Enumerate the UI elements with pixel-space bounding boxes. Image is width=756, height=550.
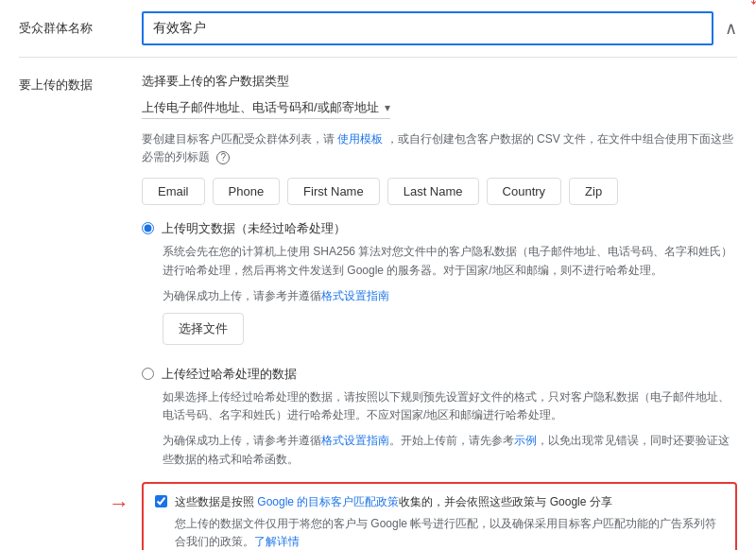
radio-hashed-desc2: 为确保成功上传，请参考并遵循格式设置指南。开始上传前，请先参考示例，以免出现常见… xyxy=(163,432,737,468)
data-type-intro: 选择要上传的客户数据类型 xyxy=(142,73,737,90)
example-link[interactable]: 示例 xyxy=(514,434,537,447)
radio-plain-text-input[interactable] xyxy=(142,222,154,234)
radio-plain-text-title: 上传明文数据（未经过哈希处理） xyxy=(162,220,346,237)
radio-plain-text-desc2: 为确保成功上传，请参考并遵循格式设置指南 xyxy=(163,287,737,305)
dropdown-arrow-icon: ▾ xyxy=(385,101,390,114)
google-policy-link[interactable]: Google 的目标客户匹配政策 xyxy=(257,495,399,508)
description-text: 要创建目标客户匹配受众群体列表，请 使用模板 ，或自行创建包含客户数据的 CSV… xyxy=(142,130,737,166)
data-type-select[interactable]: 上传电子邮件地址、电话号码和/或邮寄地址 ▾ xyxy=(142,99,390,119)
checkbox-label-wrapper: 这些数据是按照 Google 的目标客户匹配政策收集的，并会依照这些政策与 Go… xyxy=(175,493,724,550)
radio-plain-text-label[interactable]: 上传明文数据（未经过哈希处理） xyxy=(142,220,737,237)
audience-input-wrapper: ↓ xyxy=(142,11,713,45)
select-file-button[interactable]: 选择文件 xyxy=(163,313,244,345)
audience-name-label: 受众群体名称 xyxy=(19,20,142,37)
format-guide-link-2[interactable]: 格式设置指南 xyxy=(321,434,389,447)
radio-hashed-title: 上传经过哈希处理的数据 xyxy=(162,366,297,383)
learn-more-link[interactable]: 了解详情 xyxy=(254,535,300,548)
help-icon[interactable]: ? xyxy=(216,151,230,164)
data-type-select-label: 上传电子邮件地址、电话号码和/或邮寄地址 xyxy=(142,99,379,116)
checkbox-section: 这些数据是按照 Google 的目标客户匹配政策收集的，并会依照这些政策与 Go… xyxy=(142,482,737,550)
tag-email: Email xyxy=(142,178,205,205)
tag-phone: Phone xyxy=(213,178,281,205)
collapse-icon[interactable]: ∧ xyxy=(725,18,737,39)
tag-country: Country xyxy=(487,178,562,205)
arrow-annotation-left: → xyxy=(109,491,129,516)
upload-data-label: 要上传的数据 xyxy=(19,73,142,94)
arrow-annotation-top: ↓ xyxy=(748,0,756,9)
radio-option-hashed: 上传经过哈希处理的数据 如果选择上传经过哈希处理的数据，请按照以下规则预先设置好… xyxy=(142,366,737,469)
upload-data-content: 选择要上传的客户数据类型 上传电子邮件地址、电话号码和/或邮寄地址 ▾ 要创建目… xyxy=(142,73,737,550)
format-guide-link-1[interactable]: 格式设置指南 xyxy=(321,289,389,302)
tags-row: Email Phone First Name Last Name Country… xyxy=(142,178,737,205)
radio-option-plain-text: 上传明文数据（未经过哈希处理） 系统会先在您的计算机上使用 SHA256 算法对… xyxy=(142,220,737,352)
use-template-link[interactable]: 使用模板 xyxy=(337,132,383,146)
radio-plain-text-desc1: 系统会先在您的计算机上使用 SHA256 算法对您文件中的客户隐私数据（电子邮件… xyxy=(163,243,737,279)
audience-name-input[interactable] xyxy=(142,11,713,45)
radio-hashed-input[interactable] xyxy=(142,368,154,380)
policy-checkbox[interactable] xyxy=(155,495,167,507)
tag-last-name: Last Name xyxy=(387,178,479,205)
radio-hashed-label[interactable]: 上传经过哈希处理的数据 xyxy=(142,366,737,383)
radio-hashed-desc1: 如果选择上传经过哈希处理的数据，请按照以下规则预先设置好文件的格式，只对客户隐私… xyxy=(163,388,737,424)
tag-zip: Zip xyxy=(569,178,618,205)
checkbox-sublabel: 您上传的数据文件仅用于将您的客户与 Google 帐号进行匹配，以及确保采用目标… xyxy=(175,515,724,550)
checkbox-label: 这些数据是按照 Google 的目标客户匹配政策收集的，并会依照这些政策与 Go… xyxy=(175,493,724,511)
tag-first-name: First Name xyxy=(287,178,380,205)
